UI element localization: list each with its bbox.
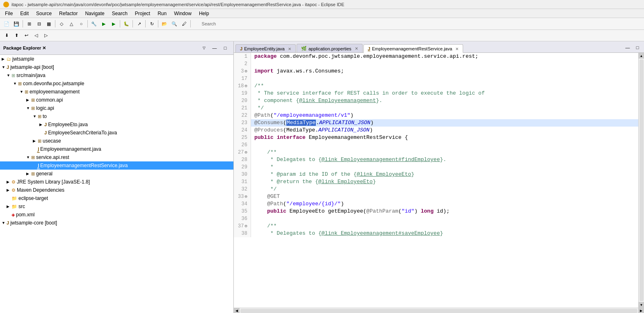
label-general: general xyxy=(36,171,53,177)
tree-item-EmployeeRest[interactable]: J̲ EmployeemanagementRestService.java xyxy=(0,161,233,170)
external-button[interactable]: ↗ xyxy=(135,19,144,28)
editor-horizontal-scrollbar[interactable]: ◀ ▶ xyxy=(234,308,644,313)
line-num-25: 25 xyxy=(234,134,251,141)
grid3-button[interactable]: ▦ xyxy=(44,19,53,28)
toolbar-row1: 📄 💾 ⊞ ⊟ ▦ ◇ △ ○ 🔧 ▶ ▶ 🐛 ↗ ↻ 📂 🔍 🖊 Search xyxy=(0,18,644,30)
tab-icon-application: 🌿 xyxy=(301,46,307,51)
pe-minimize-button[interactable]: — xyxy=(210,43,219,52)
tree-item-jwtsample-core[interactable]: ▼ J jwtsample-core [boot] xyxy=(0,219,233,227)
tree-item-general[interactable]: ▶ ⊞ general xyxy=(0,170,233,178)
menu-item-project[interactable]: Project xyxy=(132,10,153,17)
editor-minimize-button[interactable]: — xyxy=(623,43,632,52)
tree-item-to[interactable]: ▼ ⊞ to xyxy=(0,112,233,120)
menu-item-search[interactable]: Search xyxy=(109,10,131,17)
line-content-3: import javax.ws.rs.Consumes; xyxy=(251,68,344,75)
save-button[interactable]: 💾 xyxy=(12,19,21,28)
editor-vertical-scrollbar[interactable]: ▲ ▼ xyxy=(638,53,644,308)
tab-EmployeeEntity[interactable]: J EmployeeEntity.java ✕ xyxy=(235,44,296,52)
diamond-button[interactable]: ◇ xyxy=(57,19,66,28)
menu-item-source[interactable]: Source xyxy=(33,10,55,17)
tree-item-jwtsample[interactable]: ▶ 🗂 jwtsample xyxy=(0,55,233,63)
menu-item-navigate[interactable]: Navigate xyxy=(82,10,107,17)
menu-item-run[interactable]: Run xyxy=(154,10,170,17)
prev-button[interactable]: 🔍 xyxy=(170,19,179,28)
tree-item-com-devonfw[interactable]: ▼ ⊞ com.devonfw.poc.jwtsample xyxy=(0,79,233,88)
tree-item-EmployeeEto[interactable]: ▶ J EmployeeEto.java xyxy=(0,120,233,129)
code-line-24: 24 @Produces(MediaType.APPLICATION_JSON) xyxy=(234,127,638,134)
tree-item-service-api-rest[interactable]: ▼ ⊞ service.api.rest xyxy=(0,153,233,161)
menu-item-window[interactable]: Window xyxy=(171,10,195,17)
scroll-left-button[interactable]: ◀ xyxy=(234,308,240,313)
label-EmployeeEto: EmployeeEto.java xyxy=(48,122,88,127)
line-num-22: 22 xyxy=(234,112,251,119)
tree-item-maven-deps[interactable]: ▶ ⚙ Maven Dependencies xyxy=(0,186,233,194)
tab-close-EmployeeRest[interactable]: ✕ xyxy=(455,47,459,51)
run-button[interactable]: ▶ xyxy=(99,19,108,28)
tree-item-pom[interactable]: ◈ pom.xml xyxy=(0,211,233,219)
grid2-button[interactable]: ⊟ xyxy=(34,19,43,28)
circle-button[interactable]: ○ xyxy=(77,19,86,28)
tab-close-EmployeeEntity[interactable]: ✕ xyxy=(288,47,291,51)
tree-item-common-api[interactable]: ▶ ⊞ common.api xyxy=(0,96,233,104)
search-input-button[interactable]: Search xyxy=(192,19,225,28)
next-button[interactable]: 🖊 xyxy=(180,19,189,28)
tree-item-Employeemanagement[interactable]: J̲ Employeemanagement.java xyxy=(0,145,233,153)
line-num-33: 33⊖ xyxy=(234,193,251,200)
line-content-1: package com.devonfw.poc.jwtsample.employ… xyxy=(251,53,478,60)
package-icon-common-api: ⊞ xyxy=(31,98,35,103)
menu-item-file[interactable]: File xyxy=(2,10,16,17)
back-button[interactable]: ⬇ xyxy=(2,31,11,40)
triangle-button[interactable]: △ xyxy=(67,19,76,28)
run2-button[interactable]: ▶ xyxy=(109,19,118,28)
debug-button[interactable]: 🔧 xyxy=(89,19,98,28)
tree-item-jwtsample-api[interactable]: ▼ J jwtsample-api [boot] xyxy=(0,63,233,71)
scroll-thumb[interactable] xyxy=(639,59,644,301)
menu-item-help[interactable]: Help xyxy=(196,10,212,17)
line-content-32: */ xyxy=(251,186,277,193)
menu-item-refactor[interactable]: Refactor xyxy=(56,10,81,17)
tab-EmployeeRest[interactable]: J EmployeemanagementRestService.java ✕ xyxy=(363,44,464,53)
refresh-button[interactable]: ↻ xyxy=(147,19,156,28)
code-line-21: 21 */ xyxy=(234,104,638,112)
label-logic-api: logic.api xyxy=(36,105,54,111)
code-line-31: 31 * @return the {@link EmployeeEto} xyxy=(234,178,638,186)
editor-maximize-button[interactable]: □ xyxy=(633,43,642,52)
scroll-up-button[interactable]: ▲ xyxy=(639,53,644,59)
arrow-general: ▶ xyxy=(26,172,30,176)
code-line-37: 37⊖ /** xyxy=(234,222,638,230)
arrow-jwtsample-api: ▼ xyxy=(2,65,6,69)
new-file-button[interactable]: 📄 xyxy=(2,19,11,28)
pe-maximize-button[interactable]: □ xyxy=(221,43,230,52)
tree-item-src[interactable]: ▶ 📁 src xyxy=(0,202,233,211)
bug-button[interactable]: 🐛 xyxy=(122,19,131,28)
tree-item-eclipse-target[interactable]: 📁 eclipse-target xyxy=(0,194,233,202)
forward-fwd-button[interactable]: ▷ xyxy=(41,31,50,40)
tree-item-usecase[interactable]: ▶ ⊞ usecase xyxy=(0,137,233,145)
grid-button[interactable]: ⊞ xyxy=(25,19,34,28)
line-content-31: * @return the {@link EmployeeEto} xyxy=(251,178,376,186)
open-button[interactable]: 📂 xyxy=(160,19,169,28)
line-content-28: * Delegates to {@link Employeemanagement… xyxy=(251,156,446,163)
tree-item-employeemanagement[interactable]: ▼ ⊞ employeemanagement xyxy=(0,88,233,96)
tab-application[interactable]: 🌿 application.properties ✕ xyxy=(297,44,363,52)
code-editor[interactable]: 1 package com.devonfw.poc.jwtsample.empl… xyxy=(234,53,638,308)
up-button[interactable]: ⬆ xyxy=(12,31,21,40)
line-num-37: 37⊖ xyxy=(234,222,251,230)
scroll-thumb-h[interactable] xyxy=(240,309,637,313)
undo-button[interactable]: ↩ xyxy=(22,31,31,40)
pe-collapse-button[interactable]: ▽ xyxy=(199,43,208,52)
line-content-22: @Path("/employeemanagement/v1") xyxy=(251,112,354,119)
line-num-17: 17 xyxy=(234,75,251,82)
tab-close-application[interactable]: ✕ xyxy=(355,46,358,51)
tree-item-jre[interactable]: ▶ ⚙ JRE System Library [JavaSE-1.8] xyxy=(0,178,233,186)
code-line-23: 23 @Consumes(MediaType.APPLICATION_JSON) xyxy=(234,119,638,127)
toolbar-row2: ⬇ ⬆ ↩ ◁ ▷ xyxy=(0,30,644,41)
tree-item-src-main-java[interactable]: ▼ ⊞ src/main/java xyxy=(0,71,233,79)
menu-item-edit[interactable]: Edit xyxy=(17,10,32,17)
label-src-folder: src xyxy=(18,204,25,209)
scroll-down-button[interactable]: ▼ xyxy=(639,302,644,308)
tree-item-logic-api[interactable]: ▼ ⊞ logic.api xyxy=(0,104,233,112)
scroll-right-button[interactable]: ▶ xyxy=(638,308,644,313)
forward-back-button[interactable]: ◁ xyxy=(32,31,41,40)
tree-item-EmployeeSearch[interactable]: J EmployeeSearchCriteriaTo.java xyxy=(0,129,233,137)
